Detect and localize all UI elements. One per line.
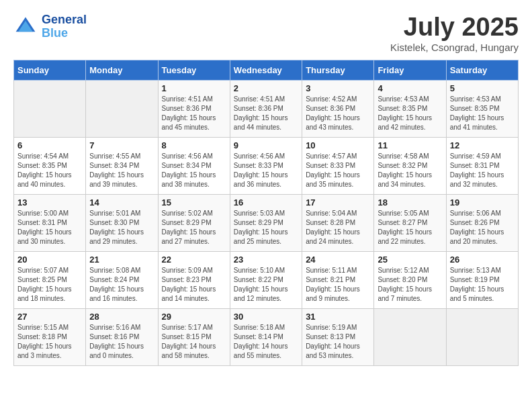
day-number: 14 — [89, 197, 154, 208]
cell-content: Sunrise: 5:15 AMSunset: 8:18 PMDaylight:… — [17, 323, 82, 361]
calendar-cell: 31Sunrise: 5:19 AMSunset: 8:13 PMDayligh… — [302, 308, 374, 365]
day-number: 13 — [17, 197, 82, 208]
calendar-cell: 18Sunrise: 5:05 AMSunset: 8:27 PMDayligh… — [374, 194, 446, 251]
logo-line1: General — [42, 13, 87, 27]
calendar-cell: 10Sunrise: 4:57 AMSunset: 8:33 PMDayligh… — [302, 137, 374, 194]
month-title: July 2025 — [390, 13, 519, 42]
day-number: 19 — [450, 197, 515, 208]
weekday-header: Monday — [86, 60, 158, 80]
day-number: 7 — [89, 140, 154, 150]
cell-content: Sunrise: 4:55 AMSunset: 8:34 PMDaylight:… — [89, 152, 154, 189]
weekday-header: Saturday — [446, 60, 518, 80]
calendar-cell: 17Sunrise: 5:04 AMSunset: 8:28 PMDayligh… — [302, 194, 374, 251]
page-header: General Blue July 2025 Kistelek, Csongra… — [13, 13, 519, 53]
day-number: 4 — [378, 83, 442, 93]
cell-content: Sunrise: 5:06 AMSunset: 8:26 PMDaylight:… — [450, 209, 515, 246]
calendar-cell: 20Sunrise: 5:07 AMSunset: 8:25 PMDayligh… — [14, 251, 86, 308]
day-number: 3 — [306, 83, 370, 93]
calendar-cell: 2Sunrise: 4:51 AMSunset: 8:36 PMDaylight… — [230, 80, 302, 137]
cell-content: Sunrise: 4:52 AMSunset: 8:36 PMDaylight:… — [306, 95, 370, 132]
calendar-cell: 27Sunrise: 5:15 AMSunset: 8:18 PMDayligh… — [14, 308, 86, 365]
cell-content: Sunrise: 4:53 AMSunset: 8:35 PMDaylight:… — [378, 95, 442, 132]
cell-content: Sunrise: 5:18 AMSunset: 8:14 PMDaylight:… — [234, 323, 298, 361]
cell-content: Sunrise: 4:54 AMSunset: 8:35 PMDaylight:… — [17, 152, 82, 189]
calendar-cell — [14, 80, 86, 137]
day-number: 10 — [306, 140, 370, 150]
cell-content: Sunrise: 4:51 AMSunset: 8:36 PMDaylight:… — [234, 95, 298, 132]
day-number: 28 — [89, 312, 154, 322]
calendar-cell: 9Sunrise: 4:56 AMSunset: 8:33 PMDaylight… — [230, 137, 302, 194]
day-number: 1 — [162, 83, 226, 93]
calendar-cell: 1Sunrise: 4:51 AMSunset: 8:36 PMDaylight… — [158, 80, 230, 137]
cell-content: Sunrise: 4:53 AMSunset: 8:35 PMDaylight:… — [450, 95, 515, 132]
calendar-cell: 28Sunrise: 5:16 AMSunset: 8:16 PMDayligh… — [86, 308, 158, 365]
calendar-cell: 5Sunrise: 4:53 AMSunset: 8:35 PMDaylight… — [446, 80, 518, 137]
cell-content: Sunrise: 4:59 AMSunset: 8:31 PMDaylight:… — [450, 152, 515, 189]
calendar-cell — [446, 308, 518, 365]
calendar-cell: 22Sunrise: 5:09 AMSunset: 8:23 PMDayligh… — [158, 251, 230, 308]
weekday-header: Thursday — [302, 60, 374, 80]
cell-content: Sunrise: 5:13 AMSunset: 8:19 PMDaylight:… — [450, 266, 515, 304]
day-number: 26 — [450, 255, 515, 265]
calendar-cell: 26Sunrise: 5:13 AMSunset: 8:19 PMDayligh… — [446, 251, 518, 308]
cell-content: Sunrise: 5:03 AMSunset: 8:29 PMDaylight:… — [234, 209, 298, 246]
cell-content: Sunrise: 5:12 AMSunset: 8:20 PMDaylight:… — [378, 266, 442, 304]
day-number: 29 — [162, 312, 226, 322]
cell-content: Sunrise: 4:51 AMSunset: 8:36 PMDaylight:… — [162, 95, 226, 132]
day-number: 5 — [450, 83, 515, 93]
calendar-cell — [374, 308, 446, 365]
logo: General Blue — [13, 13, 87, 40]
cell-content: Sunrise: 5:17 AMSunset: 8:15 PMDaylight:… — [162, 323, 226, 361]
cell-content: Sunrise: 5:01 AMSunset: 8:30 PMDaylight:… — [89, 209, 154, 246]
calendar-cell: 15Sunrise: 5:02 AMSunset: 8:29 PMDayligh… — [158, 194, 230, 251]
calendar-cell — [86, 80, 158, 137]
weekday-header: Sunday — [14, 60, 86, 80]
weekday-header: Wednesday — [230, 60, 302, 80]
title-block: July 2025 Kistelek, Csongrad, Hungary — [390, 13, 519, 53]
day-number: 24 — [306, 255, 370, 265]
logo-icon — [13, 15, 38, 39]
calendar-cell: 11Sunrise: 4:58 AMSunset: 8:32 PMDayligh… — [374, 137, 446, 194]
logo-line2: Blue — [42, 27, 87, 40]
cell-content: Sunrise: 5:19 AMSunset: 8:13 PMDaylight:… — [306, 323, 370, 361]
day-number: 9 — [234, 140, 298, 150]
day-number: 2 — [234, 83, 298, 93]
calendar-cell: 4Sunrise: 4:53 AMSunset: 8:35 PMDaylight… — [374, 80, 446, 137]
calendar-cell: 14Sunrise: 5:01 AMSunset: 8:30 PMDayligh… — [86, 194, 158, 251]
calendar-cell: 16Sunrise: 5:03 AMSunset: 8:29 PMDayligh… — [230, 194, 302, 251]
calendar-table: SundayMondayTuesdayWednesdayThursdayFrid… — [13, 60, 519, 366]
day-number: 18 — [378, 197, 442, 208]
cell-content: Sunrise: 4:56 AMSunset: 8:33 PMDaylight:… — [234, 152, 298, 189]
day-number: 16 — [234, 197, 298, 208]
day-number: 23 — [234, 255, 298, 265]
location: Kistelek, Csongrad, Hungary — [390, 42, 519, 53]
calendar-cell: 23Sunrise: 5:10 AMSunset: 8:22 PMDayligh… — [230, 251, 302, 308]
cell-content: Sunrise: 4:58 AMSunset: 8:32 PMDaylight:… — [378, 152, 442, 189]
day-number: 15 — [162, 197, 226, 208]
cell-content: Sunrise: 4:57 AMSunset: 8:33 PMDaylight:… — [306, 152, 370, 189]
cell-content: Sunrise: 5:05 AMSunset: 8:27 PMDaylight:… — [378, 209, 442, 246]
calendar-cell: 29Sunrise: 5:17 AMSunset: 8:15 PMDayligh… — [158, 308, 230, 365]
cell-content: Sunrise: 5:11 AMSunset: 8:21 PMDaylight:… — [306, 266, 370, 304]
day-number: 17 — [306, 197, 370, 208]
day-number: 6 — [17, 140, 82, 150]
day-number: 27 — [17, 312, 82, 322]
day-number: 22 — [162, 255, 226, 265]
day-number: 21 — [89, 255, 154, 265]
cell-content: Sunrise: 5:02 AMSunset: 8:29 PMDaylight:… — [162, 209, 226, 246]
day-number: 25 — [378, 255, 442, 265]
calendar-cell: 7Sunrise: 4:55 AMSunset: 8:34 PMDaylight… — [86, 137, 158, 194]
day-number: 11 — [378, 140, 442, 150]
day-number: 12 — [450, 140, 515, 150]
cell-content: Sunrise: 5:08 AMSunset: 8:24 PMDaylight:… — [89, 266, 154, 304]
cell-content: Sunrise: 5:00 AMSunset: 8:31 PMDaylight:… — [17, 209, 82, 246]
weekday-header: Tuesday — [158, 60, 230, 80]
calendar-cell: 24Sunrise: 5:11 AMSunset: 8:21 PMDayligh… — [302, 251, 374, 308]
calendar-cell: 3Sunrise: 4:52 AMSunset: 8:36 PMDaylight… — [302, 80, 374, 137]
cell-content: Sunrise: 5:10 AMSunset: 8:22 PMDaylight:… — [234, 266, 298, 304]
weekday-header: Friday — [374, 60, 446, 80]
day-number: 20 — [17, 255, 82, 265]
cell-content: Sunrise: 5:16 AMSunset: 8:16 PMDaylight:… — [89, 323, 154, 361]
calendar-cell: 8Sunrise: 4:56 AMSunset: 8:34 PMDaylight… — [158, 137, 230, 194]
cell-content: Sunrise: 5:09 AMSunset: 8:23 PMDaylight:… — [162, 266, 226, 304]
